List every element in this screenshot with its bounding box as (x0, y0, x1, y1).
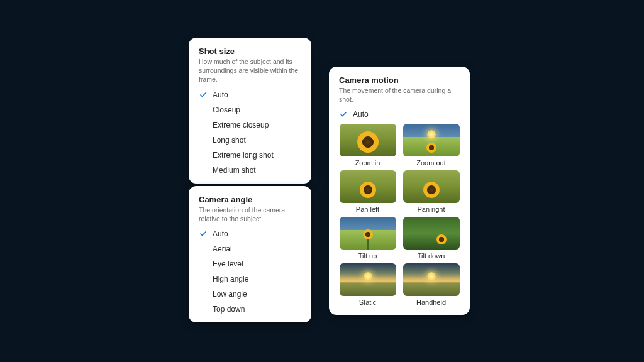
option-label: Extreme closeup (213, 121, 269, 129)
option-label: High angle (213, 275, 248, 283)
option-label: Low angle (213, 290, 247, 299)
option-label: Top down (213, 305, 245, 314)
shot-size-desc: How much of the subject and its surround… (199, 57, 301, 84)
option-item[interactable]: Aerial (199, 244, 301, 253)
camera-motion-option[interactable]: Static (339, 263, 396, 306)
thumbnail-image (340, 263, 396, 296)
camera-motion-thumb-grid: Zoom inZoom outPan leftPan rightTilt upT… (339, 124, 460, 306)
thumbnail-image (403, 124, 460, 156)
option-label: Aerial (213, 244, 232, 253)
thumbnail-image (340, 170, 396, 203)
stage: Shot size How much of the subject and it… (0, 0, 644, 362)
camera-angle-title: Camera angle (199, 195, 301, 204)
thumbnail-label: Tilt down (418, 252, 445, 260)
option-label: Medium shot (213, 166, 256, 175)
camera-motion-option[interactable]: Tilt up (339, 217, 396, 260)
thumbnail-label: Handheld (416, 299, 446, 306)
thumbnail-label: Zoom out (416, 159, 445, 167)
camera-motion-option[interactable]: Handheld (402, 263, 460, 306)
option-item[interactable]: Long shot (199, 136, 301, 145)
camera-angle-panel: Camera angle The orientation of the came… (189, 186, 311, 322)
camera-motion-auto-option[interactable]: Auto (339, 110, 460, 119)
check-icon (339, 110, 348, 119)
option-item[interactable]: Auto (199, 229, 301, 238)
option-item[interactable]: High angle (199, 275, 301, 283)
camera-angle-desc: The orientation of the camera relative t… (199, 206, 301, 223)
option-item[interactable]: Top down (199, 305, 301, 314)
check-icon (199, 229, 208, 238)
camera-motion-option[interactable]: Tilt down (402, 217, 460, 260)
option-label: Long shot (213, 136, 246, 145)
option-item[interactable]: Closeup (199, 106, 301, 114)
camera-angle-options: AutoAerialEye levelHigh angleLow angleTo… (199, 229, 301, 314)
camera-motion-option[interactable]: Zoom out (402, 124, 460, 167)
thumbnail-image (403, 263, 460, 296)
thumbnail-label: Tilt up (358, 252, 377, 260)
check-icon (199, 90, 208, 99)
thumbnail-image (403, 170, 460, 203)
camera-motion-title: Camera motion (339, 75, 460, 85)
thumbnail-image (340, 124, 396, 156)
option-item[interactable]: Extreme closeup (199, 121, 301, 129)
option-item[interactable]: Auto (199, 90, 301, 99)
option-item[interactable]: Low angle (199, 290, 301, 299)
camera-motion-desc: The movement of the camera during a shot… (339, 86, 460, 104)
camera-motion-option[interactable]: Pan right (402, 170, 460, 213)
option-label: Eye level (213, 260, 243, 268)
option-item[interactable]: Eye level (199, 260, 301, 268)
thumbnail-label: Pan right (417, 206, 445, 213)
thumbnail-label: Pan left (356, 206, 379, 213)
shot-size-title: Shot size (199, 47, 301, 56)
option-label: Closeup (213, 106, 240, 114)
thumbnail-label: Zoom in (355, 159, 380, 167)
camera-motion-option[interactable]: Pan left (339, 170, 396, 213)
option-label: Extreme long shot (213, 151, 274, 160)
camera-motion-panel: Camera motion The movement of the camera… (329, 67, 470, 315)
camera-motion-option[interactable]: Zoom in (339, 124, 396, 167)
option-label: Auto (213, 229, 228, 238)
thumbnail-label: Static (359, 299, 377, 306)
option-item[interactable]: Medium shot (199, 166, 301, 175)
camera-motion-auto-label: Auto (353, 110, 369, 119)
option-item[interactable]: Extreme long shot (199, 151, 301, 160)
thumbnail-image (340, 217, 396, 250)
shot-size-options: AutoCloseupExtreme closeupLong shotExtre… (199, 90, 301, 175)
option-label: Auto (213, 90, 228, 99)
thumbnail-image (403, 217, 460, 250)
shot-size-panel: Shot size How much of the subject and it… (189, 38, 311, 184)
